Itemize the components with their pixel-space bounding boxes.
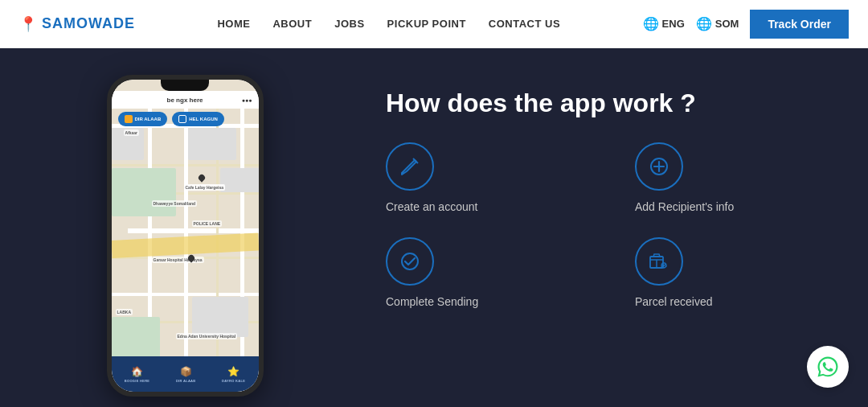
nav-jobs[interactable]: JOBS	[334, 18, 364, 30]
phone-dir-alaab-btn[interactable]: DIR ALAAB	[118, 112, 168, 126]
complete-sending-icon-circle	[386, 237, 434, 286]
checkmark-icon	[399, 250, 421, 273]
globe-icon-som: 🌐	[696, 16, 712, 31]
lang-som-button[interactable]: 🌐 SOM	[696, 16, 739, 31]
nav-contact[interactable]: CONTACT US	[489, 18, 560, 30]
phone-frame: Afkaar Dhaweyye Somaliland POLICE LANE G…	[107, 75, 264, 397]
nav-about[interactable]: ABOUT	[272, 18, 312, 30]
plus-icon	[648, 155, 670, 178]
map-label-afkaar: Afkaar	[124, 130, 140, 136]
star-icon: ⭐	[227, 366, 240, 377]
logo-text: SAMOWADE	[42, 15, 135, 32]
phone-notch	[161, 80, 209, 91]
phone-nav-home-label: BOOGIE HERE	[125, 379, 150, 383]
main-nav: HOME ABOUT JOBS PICKUP POINT CONTACT US	[217, 18, 560, 30]
map-label-police: POLICE LANE	[192, 220, 223, 227]
hel-kagun-label: HEL KAGUN	[189, 117, 218, 121]
lang-som-label: SOM	[715, 18, 739, 30]
phone-top-bar: be ngx here ●●●	[112, 91, 259, 109]
parcel-received-label: Parcel received	[635, 295, 713, 308]
phone-status-icons: ●●●	[242, 91, 252, 109]
feature-add-recipient: Add Recipient's info	[635, 142, 820, 213]
lang-eng-button[interactable]: 🌐 ENG	[643, 16, 685, 31]
home-icon: 🏠	[131, 366, 143, 377]
logo-pin-icon: 📍	[19, 15, 37, 33]
main-section: Afkaar Dhaweyye Somaliland POLICE LANE G…	[0, 48, 868, 407]
lang-eng-label: ENG	[662, 18, 685, 30]
feature-create-account: Create an account	[386, 142, 571, 213]
create-account-label: Create an account	[386, 200, 477, 213]
map-background: Afkaar Dhaweyye Somaliland POLICE LANE G…	[112, 80, 259, 392]
map-label-edna: Edna Adan University Hospital	[176, 333, 238, 339]
create-account-icon-circle	[386, 142, 434, 191]
content-section: How does the app work ? Create an accoun…	[338, 48, 868, 407]
feature-parcel-received: Parcel received	[635, 237, 820, 308]
add-recipient-icon-circle	[635, 142, 683, 191]
whatsapp-button[interactable]	[807, 346, 849, 388]
phone-screen: Afkaar Dhaweyye Somaliland POLICE LANE G…	[112, 80, 259, 392]
pencil-icon	[399, 155, 421, 178]
section-title: How does the app work ?	[386, 88, 820, 118]
parcel-received-icon-circle	[635, 237, 683, 286]
feature-complete-sending: Complete Sending	[386, 237, 571, 308]
nav-pickup[interactable]: PICKUP POINT	[387, 18, 466, 30]
header: 📍 SAMOWADE HOME ABOUT JOBS PICKUP POINT …	[0, 0, 868, 48]
add-recipient-label: Add Recipient's info	[635, 200, 734, 213]
header-right: 🌐 ENG 🌐 SOM Track Order	[643, 10, 849, 39]
phone-top-text: be ngx here	[167, 97, 203, 104]
phone-nav-dayro-label: DAYRO KALE	[222, 379, 245, 383]
dir-alaab-label: DIR ALAAB	[135, 117, 162, 121]
phone-nav-diralaab-label: DIR ALAAB	[176, 379, 196, 383]
parcel-shield-icon	[646, 249, 672, 274]
features-grid: Create an account Add Recipient's info	[386, 142, 820, 308]
globe-icon: 🌐	[643, 16, 659, 31]
phone-bottom-nav: 🏠 BOOGIE HERE 📦 DIR ALAAB ⭐ DAYRO KALE	[112, 356, 259, 392]
map-label-labka: LABKA	[116, 309, 133, 315]
complete-sending-label: Complete Sending	[386, 295, 478, 308]
phone-nav-dayro[interactable]: ⭐ DAYRO KALE	[222, 366, 245, 383]
phone-buttons-row: DIR ALAAB HEL KAGUN	[118, 112, 252, 126]
map-label-dhaweyye: Dhaweyye Somaliland	[152, 200, 198, 207]
dir-alaab-icon	[125, 115, 133, 123]
whatsapp-icon	[816, 355, 840, 379]
phone-section: Afkaar Dhaweyye Somaliland POLICE LANE G…	[0, 48, 338, 407]
hel-kagun-icon	[178, 115, 186, 123]
map-label-garoar: Garaar Hospital Harpaysa	[152, 257, 204, 263]
logo[interactable]: 📍 SAMOWADE	[19, 15, 135, 33]
box-icon: 📦	[180, 366, 192, 377]
phone-hel-kagun-btn[interactable]: HEL KAGUN	[172, 112, 224, 126]
phone-nav-home[interactable]: 🏠 BOOGIE HERE	[125, 366, 150, 383]
phone-nav-diralaab[interactable]: 📦 DIR ALAAB	[176, 366, 196, 383]
map-label-cafe: Cafe Lalay Hargeisa	[184, 184, 226, 191]
nav-home[interactable]: HOME	[217, 18, 250, 30]
track-order-button[interactable]: Track Order	[750, 10, 849, 39]
